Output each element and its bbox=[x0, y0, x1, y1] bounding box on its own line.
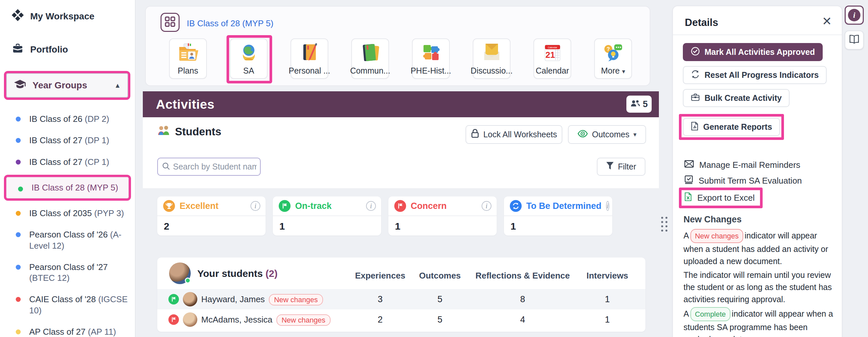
submit-term-evaluation-link[interactable]: Submit Term SA Evaluation bbox=[684, 175, 802, 187]
app-tile-discussions[interactable]: Discussio... bbox=[473, 38, 510, 79]
link-label: Export to Excel bbox=[697, 193, 755, 203]
status-card-on-track: On-track i 1 bbox=[273, 196, 381, 236]
table-title: Your students bbox=[197, 268, 262, 279]
experiences-value: 3 bbox=[377, 294, 382, 305]
info-icon[interactable]: i bbox=[366, 201, 376, 211]
app-tile-community-project[interactable]: Commun... bbox=[351, 38, 389, 79]
sidebar-item-class[interactable]: CAIE Class of '28 (IGCSE 10) bbox=[0, 289, 135, 321]
class-name: IB Class of 2035 bbox=[29, 208, 92, 218]
student-avatar bbox=[183, 312, 197, 327]
app-tile-sa[interactable]: SA bbox=[230, 38, 268, 79]
sidebar-item-class[interactable]: AP Class of 27 (AP 11) bbox=[0, 321, 135, 337]
guide-book-button[interactable] bbox=[845, 31, 864, 50]
trophy-icon bbox=[163, 200, 175, 212]
class-color-dot bbox=[16, 297, 21, 302]
community-project-icon bbox=[360, 43, 380, 63]
sidebar: My Workspace Portfolio Year Groups ▲ IB … bbox=[0, 0, 135, 337]
outcomes-dropdown-button[interactable]: Outcomes ▾ bbox=[568, 125, 646, 144]
sidebar-item-portfolio[interactable]: Portfolio bbox=[0, 23, 135, 57]
progress-flag-icon bbox=[168, 314, 179, 325]
class-suffix: (DP 2) bbox=[85, 114, 109, 124]
button-label: Mark All Activities Approved bbox=[705, 47, 815, 57]
sidebar-item-class[interactable]: IB Class of 2035 (PYP 3) bbox=[0, 203, 135, 224]
class-apps-card: IB Class of 28 (MYP 5) Plans SA Personal… bbox=[145, 6, 650, 86]
app-tile-label: Commun... bbox=[350, 66, 390, 75]
collapse-caret-icon[interactable]: ▲ bbox=[114, 82, 121, 89]
sidebar-item-class[interactable]: IB Class of 27 (DP 1) bbox=[0, 130, 135, 151]
open-book-icon bbox=[849, 34, 860, 45]
app-tile-phe-history[interactable]: PHE-Hist... bbox=[412, 38, 450, 79]
sidebar-item-class-selected[interactable]: IB Class of 28 (MYP 5) bbox=[6, 177, 129, 198]
table-header: Your students (2) Experiences Outcomes R… bbox=[157, 257, 645, 289]
class-color-dot bbox=[16, 211, 21, 216]
activities-header-bar: Activities 5 bbox=[143, 91, 659, 117]
sidebar-item-class[interactable]: Pearson Class of '26 (A-Level 12) bbox=[0, 224, 135, 256]
class-color-dot bbox=[16, 160, 21, 164]
students-section: Students Lock All Worksheets Outcomes ▾ … bbox=[143, 117, 659, 188]
app-tile-plans[interactable]: Plans bbox=[169, 38, 207, 79]
app-tile-personal-project[interactable]: Personal ... bbox=[290, 38, 328, 79]
app-tile-label: Personal ... bbox=[288, 66, 330, 75]
eye-icon bbox=[578, 130, 588, 140]
student-name: Hayward, James bbox=[201, 294, 265, 304]
selected-class-highlight: IB Class of 28 (MYP 5) bbox=[4, 175, 131, 201]
info-panel-button[interactable]: i bbox=[845, 6, 864, 25]
class-color-dot bbox=[18, 187, 23, 191]
class-suffix: (DP 1) bbox=[85, 135, 109, 145]
more-caret-icon: ▾ bbox=[622, 68, 625, 75]
class-suffix: (MYP 5) bbox=[87, 183, 118, 192]
app-tile-calendar[interactable]: Calendar21 Calendar bbox=[533, 38, 571, 79]
info-paragraph-1: ANew changesindicator will appear when a… bbox=[683, 229, 835, 267]
status-card-value: 2 bbox=[157, 216, 266, 232]
button-label: Generate Reports bbox=[703, 122, 772, 132]
generate-reports-button[interactable]: Generate Reports bbox=[683, 118, 780, 136]
workspace-diamond-icon bbox=[12, 9, 24, 23]
status-card-to-be-determined: To Be Determined i 1 bbox=[504, 196, 612, 236]
app-tile-label: Calendar bbox=[536, 66, 569, 75]
sidebar-item-year-groups[interactable]: Year Groups ▲ bbox=[6, 73, 128, 97]
search-input[interactable] bbox=[173, 162, 257, 172]
info-icon[interactable]: i bbox=[250, 201, 260, 211]
lock-button-label: Lock All Worksheets bbox=[483, 130, 557, 139]
member-count-badge[interactable]: 5 bbox=[626, 96, 652, 113]
filter-button-label: Filter bbox=[618, 162, 636, 172]
envelope-mail-icon bbox=[482, 43, 502, 63]
teacher-avatar[interactable] bbox=[169, 263, 191, 284]
manage-email-reminders-link[interactable]: Manage E-mail Reminders bbox=[684, 160, 800, 170]
workspace-label: My Workspace bbox=[30, 11, 95, 22]
export-excel-highlight: Export to Excel bbox=[679, 188, 763, 208]
close-icon[interactable]: ✕ bbox=[822, 16, 832, 27]
class-title-link[interactable]: IB Class of 28 (MYP 5) bbox=[187, 19, 274, 29]
reset-indicators-button[interactable]: Reset All Progress Indicators bbox=[683, 66, 827, 84]
more-apps-icon: ? bbox=[603, 43, 623, 63]
details-title: Details bbox=[685, 17, 718, 29]
info-paragraph-3: ACompleteindicator will appear when a st… bbox=[683, 307, 835, 337]
app-tile-label: More bbox=[601, 66, 620, 75]
bulk-create-activity-button[interactable]: Bulk Create Activity bbox=[683, 89, 789, 107]
mark-all-approved-button[interactable]: Mark All Activities Approved bbox=[683, 43, 823, 61]
flag-icon bbox=[394, 200, 406, 212]
export-to-excel-link[interactable]: Export to Excel bbox=[684, 192, 755, 204]
app-tile-label: SA bbox=[243, 66, 254, 75]
experiences-value: 2 bbox=[377, 315, 382, 325]
filter-button[interactable]: Filter bbox=[597, 158, 645, 176]
students-group-icon bbox=[157, 125, 170, 138]
workspace-grid-button[interactable] bbox=[160, 13, 180, 32]
svg-text:21: 21 bbox=[545, 50, 555, 60]
sidebar-item-class[interactable]: IB Class of 26 (DP 2) bbox=[0, 109, 135, 130]
lock-all-worksheets-button[interactable]: Lock All Worksheets bbox=[466, 125, 562, 144]
sidebar-item-class[interactable]: Pearson Class of '27 (BTEC 12) bbox=[0, 256, 135, 289]
sa-globe-hands-icon bbox=[239, 43, 259, 63]
info-icon[interactable]: i bbox=[606, 201, 609, 211]
student-row[interactable]: McAdams, JessicaNew changes 2 5 4 1 bbox=[157, 309, 645, 330]
button-label: Reset All Progress Indicators bbox=[705, 70, 819, 80]
column-header-interviews: Interviews bbox=[586, 271, 628, 281]
sidebar-item-class[interactable]: IB Class of 27 (CP 1) bbox=[0, 151, 135, 173]
class-suffix: (CP 1) bbox=[85, 157, 109, 167]
info-icon[interactable]: i bbox=[482, 201, 491, 211]
sidebar-item-my-workspace[interactable]: My Workspace bbox=[0, 0, 135, 23]
student-row[interactable]: Hayward, JamesNew changes 3 5 8 1 bbox=[157, 289, 645, 309]
new-changes-inline-badge: New changes bbox=[690, 229, 743, 243]
panel-drag-handle[interactable] bbox=[661, 217, 668, 232]
app-tile-more[interactable]: ? More ▾ bbox=[594, 38, 632, 79]
